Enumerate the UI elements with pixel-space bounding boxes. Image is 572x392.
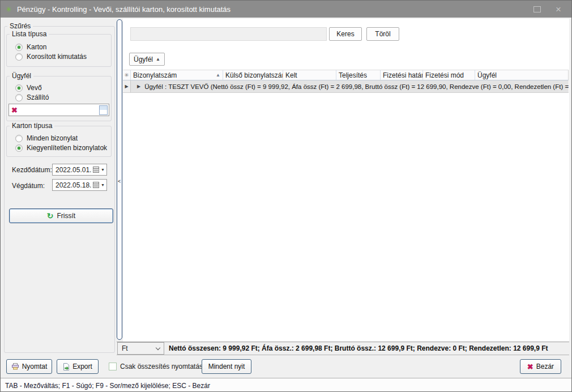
radio-icon xyxy=(15,144,23,152)
column-label: Fizetési határi xyxy=(383,71,423,79)
column-label: Külső bizonylatszám xyxy=(225,71,283,79)
clear-search-button[interactable]: Töröl xyxy=(366,27,399,41)
summary-only-checkbox[interactable] xyxy=(109,363,117,370)
main-panel xyxy=(123,19,569,342)
close-icon[interactable]: × xyxy=(556,5,561,14)
grid-group-row[interactable]: ▶ ▶ Ügyfél : TESZT VEVŐ (Nettó össz (Ft)… xyxy=(123,80,569,93)
expand-arrow-icon[interactable]: ▶ xyxy=(137,84,140,89)
group-row-text: Ügyfél : TESZT VEVŐ (Nettó össz (Ft) = 9… xyxy=(144,83,569,90)
printer-icon xyxy=(11,363,19,370)
column-header-teljesites[interactable]: Teljesítés xyxy=(336,70,381,80)
partner-label: Ügyfél xyxy=(10,72,33,80)
end-date-field[interactable]: 2022.05.18. ▼ xyxy=(52,179,107,191)
column-label: Kelt xyxy=(285,71,297,79)
radio-label: Minden bizonylat xyxy=(27,134,78,142)
column-label: Fizetési mód xyxy=(425,71,464,79)
calendar-icon[interactable] xyxy=(93,182,99,188)
export-button[interactable]: Export xyxy=(57,359,99,374)
partner-lookup-button[interactable] xyxy=(99,105,108,115)
sort-asc-icon[interactable]: ▲ xyxy=(156,57,160,62)
end-date-value: 2022.05.18. xyxy=(56,181,91,189)
column-label: Ügyfél xyxy=(477,71,497,79)
summary-totals-text: Nettó összesen: 9 999,92 Ft; Áfa össz.: … xyxy=(169,342,548,355)
radio-korositott-kimutatas[interactable]: Korosított kimutatás xyxy=(15,52,87,61)
radio-icon xyxy=(15,44,23,51)
radio-icon xyxy=(15,84,23,92)
summary-only-checkbox-label[interactable]: Csak összesítés nyomtatása xyxy=(120,359,207,374)
close-button[interactable]: ✖ Bezár xyxy=(520,359,561,374)
status-bar: TAB - Mezőváltás; F1 - Súgó; F9 - Sor/me… xyxy=(1,378,571,392)
column-header-kulso-bizonylatszam[interactable]: Külső bizonylatszám ▲ xyxy=(223,70,283,80)
partner-search-field[interactable]: ✖ xyxy=(8,104,109,116)
title-bar: ✳ Pénzügy - Kontrolling - Vevői, szállít… xyxy=(1,1,571,18)
open-all-button-label: Mindent nyit xyxy=(208,363,245,370)
clear-icon[interactable]: ✖ xyxy=(11,106,18,114)
collapse-arrow-icon[interactable]: < xyxy=(118,178,121,184)
column-label: Bizonylatszám xyxy=(133,71,177,79)
radio-label: Kiegyenlítetlen bizonylatok xyxy=(27,144,107,152)
radio-vevo[interactable]: Vevő xyxy=(15,83,42,92)
start-date-field[interactable]: 2022.05.01. ▼ xyxy=(52,164,107,176)
start-date-label: Kezdődátum: xyxy=(12,166,52,174)
status-bar-text: TAB - Mezőváltás; F1 - Súgó; F9 - Sor/me… xyxy=(5,382,210,390)
close-x-icon: ✖ xyxy=(527,363,533,370)
currency-value: Ft xyxy=(122,344,128,352)
group-by-chip-label: Ügyfél xyxy=(134,56,153,63)
column-header-bizonylatszam[interactable]: Bizonylatszám ▲ xyxy=(131,70,223,80)
app-icon: ✳ xyxy=(6,5,12,14)
currency-select[interactable]: Ft xyxy=(117,342,164,355)
radio-szallito[interactable]: Szállító xyxy=(15,93,49,102)
close-button-label: Bezár xyxy=(536,363,554,370)
export-icon xyxy=(63,363,70,370)
dropdown-arrow-icon[interactable]: ▼ xyxy=(101,183,105,187)
chevron-down-icon xyxy=(156,345,160,350)
radio-icon xyxy=(15,53,23,61)
grid-header: ✳ Bizonylatszám ▲ Külső bizonylatszám ▲ … xyxy=(123,70,569,80)
sort-asc-icon: ▲ xyxy=(214,73,220,78)
sidebar-splitter[interactable]: < xyxy=(117,19,122,340)
search-button[interactable]: Keres xyxy=(329,27,362,41)
dropdown-arrow-icon[interactable]: ▼ xyxy=(101,168,105,172)
row-indicator-icon: ▶ xyxy=(123,80,131,92)
end-date-label: Végdátum: xyxy=(12,182,45,190)
clear-search-button-label: Töröl xyxy=(375,30,390,38)
list-type-label: Lista típusa xyxy=(10,30,49,38)
radio-label: Szállító xyxy=(27,93,49,101)
app-window: ✳ Pénzügy - Kontrolling - Vevői, szállít… xyxy=(0,0,572,392)
search-input[interactable] xyxy=(130,27,327,41)
print-button-label: Nyomtat xyxy=(22,363,48,370)
open-all-button[interactable]: Mindent nyit xyxy=(202,359,251,374)
column-header-fizetesi-hatarido[interactable]: Fizetési határi xyxy=(381,70,423,80)
window-title: Pénzügy - Kontrolling - Vevői, szállítói… xyxy=(17,5,230,14)
radio-label: Karton xyxy=(27,43,46,51)
column-label: Teljesítés xyxy=(339,71,367,79)
group-by-chip[interactable]: Ügyfél ▲ xyxy=(129,53,165,66)
start-date-value: 2022.05.01. xyxy=(56,166,91,174)
print-button[interactable]: Nyomtat xyxy=(6,359,52,374)
maximize-icon[interactable] xyxy=(533,6,541,12)
filter-group-label: Szűrés xyxy=(7,22,33,30)
radio-label: Vevő xyxy=(27,84,42,92)
column-header-ugyfel[interactable]: Ügyfél xyxy=(475,70,569,80)
export-button-label: Export xyxy=(72,363,92,370)
radio-label: Korosított kimutatás xyxy=(27,53,87,61)
summary-bar: Ft Nettó összesen: 9 999,92 Ft; Áfa össz… xyxy=(117,342,569,355)
refresh-button-label: Frissít xyxy=(57,212,76,220)
grid-corner-icon: ✳ xyxy=(123,70,131,80)
search-button-label: Keres xyxy=(336,30,354,38)
radio-kiegyenlitetlen[interactable]: Kiegyenlítetlen bizonylatok xyxy=(15,143,107,152)
card-type-label: Karton típusa xyxy=(10,122,54,130)
refresh-icon: ↻ xyxy=(47,212,54,220)
refresh-button[interactable]: ↻ Frissít xyxy=(9,208,113,223)
calendar-icon[interactable] xyxy=(93,167,99,173)
radio-icon xyxy=(15,135,23,142)
radio-icon xyxy=(15,94,23,101)
column-header-fizetesi-mod[interactable]: Fizetési mód xyxy=(423,70,475,80)
radio-karton[interactable]: Karton xyxy=(15,42,46,52)
radio-minden-bizonylat[interactable]: Minden bizonylat xyxy=(15,134,78,143)
column-header-kelt[interactable]: Kelt xyxy=(283,70,336,80)
window-controls: × xyxy=(533,5,561,14)
